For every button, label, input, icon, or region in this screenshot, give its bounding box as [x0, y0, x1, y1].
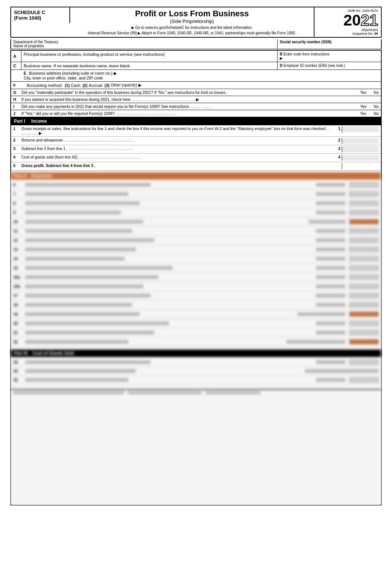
line3-text: Subtract line 2 from line 1 . . . . . . …	[21, 146, 331, 151]
row-b-label: B	[280, 52, 282, 56]
schedule-title: SCHEDULE C	[14, 10, 66, 15]
line2-no: 2	[331, 138, 340, 142]
row-g-yes: Yes	[360, 90, 366, 95]
row-j-label: J	[13, 111, 21, 116]
line5-value[interactable]	[342, 163, 379, 169]
line1-no: 1	[331, 126, 340, 131]
row-d-label: D	[280, 64, 282, 68]
row-c-content: Business name. If no separate business n…	[21, 62, 278, 69]
row-f-text: Accounting method:	[27, 83, 62, 88]
blurred-row-7: 7	[11, 190, 381, 199]
line3-row: 3 Subtract line 2 from line 1 . . . . . …	[11, 145, 381, 154]
row-d: D Employer ID number (EIN) (see instr.)	[278, 62, 381, 69]
line1-value[interactable]	[342, 126, 379, 132]
sequence-label: Sequence No. 09	[317, 32, 378, 35]
row-b-arrow: ▶	[280, 56, 283, 60]
row-cd: C Business name. If no separate business…	[11, 62, 381, 70]
row-i-yes: Yes	[360, 104, 366, 109]
header-left: SCHEDULE C (Form 1040)	[11, 7, 70, 23]
row-e-line1: Business address (including suite or roo…	[29, 71, 116, 75]
row-e: E Business address (including suite or r…	[11, 70, 381, 82]
row-f-opt3-num: (3)	[104, 83, 109, 88]
form-body: A Principal business or profession, incl…	[10, 50, 382, 506]
row-d-see: (see instr.)	[328, 64, 345, 68]
line4-text: Cost of goods sold (from line 42) . . . …	[21, 155, 331, 159]
row-a-label: A	[11, 51, 21, 62]
row-j-yes: Yes	[360, 111, 366, 116]
row-f-opt3: Other (specify) ▶	[111, 83, 141, 88]
blurred-form-content: Part II Expenses 6 7 8 9	[11, 172, 381, 505]
row-b-text: Enter code from instructions	[283, 52, 330, 56]
row-e-line2: City, town or post office, state, and ZI…	[24, 76, 103, 80]
row-g-yes-no: Yes No	[360, 90, 379, 95]
line5-text: Gross profit. Subtract line 4 from line …	[21, 163, 331, 168]
form-sub-title: (Sole Proprietorship)	[73, 18, 311, 24]
sequence-number: 09	[374, 32, 378, 35]
ssn-label: Social security number (SSN)	[278, 39, 381, 49]
line3-value[interactable]	[342, 146, 379, 152]
header-right: OMB No. 1545-0074 2021 Attachment Sequen…	[314, 7, 381, 37]
row-b: B Enter code from instructions ▶	[278, 51, 381, 62]
blurred-row-34: 34	[11, 367, 381, 375]
line2-num: 2	[13, 138, 21, 142]
blurred-row-22: 22	[11, 337, 381, 347]
form-main-title: Profit or Loss From Business	[73, 9, 311, 18]
blurred-footer	[11, 389, 381, 396]
row-c-label: C	[11, 62, 21, 69]
form-instructions-line1: ▶ Go to www.irs.gov/ScheduleC for instru…	[73, 25, 311, 30]
row-j: J If "Yes," did you or will you file req…	[11, 110, 381, 118]
blurred-row-17: 17	[11, 291, 381, 300]
blurred-row-9: 9	[11, 208, 381, 217]
blurred-row-33: 33	[11, 358, 381, 367]
row-e-label: E	[24, 71, 26, 75]
row-i: I Did you make any payments in 2021 that…	[11, 103, 381, 110]
row-g-text: Did you "materially participate" in the …	[21, 90, 357, 95]
dept-line2: Internal Revenue Service (99)	[88, 31, 137, 35]
line5-num: 5	[13, 163, 21, 168]
part1-title: Income	[31, 119, 47, 124]
row-d-text: Employer ID number (EIN)	[283, 64, 327, 68]
blurred-row-12: 12	[11, 236, 381, 245]
row-a-content: Principal business or profession, includ…	[21, 51, 278, 62]
row-i-label: I	[13, 104, 21, 109]
blurred-row-10: 10	[11, 217, 381, 227]
form-year: 2021	[317, 13, 378, 28]
blurred-part3-header: Part III Cost of Goods Sold	[11, 350, 381, 357]
line1-num: 1	[13, 126, 21, 131]
row-i-text: Did you make any payments in 2021 that w…	[21, 104, 357, 109]
blurred-row-35: 35	[11, 375, 381, 385]
row-c-text: Business name. If no separate business n…	[24, 64, 131, 68]
row-h-text: If you started or acquired this business…	[21, 97, 379, 102]
form-instructions-line2: Internal Revenue Service (99) ▶ Attach t…	[73, 31, 311, 35]
blurred-row-15: 15	[11, 263, 381, 273]
row-a-text: Principal business or profession, includ…	[24, 52, 165, 57]
form-header: SCHEDULE C (Form 1040) Profit or Loss Fr…	[10, 7, 382, 38]
year-suffix: 21	[361, 11, 378, 29]
attach-line: ▶ Attach to Form 1040, 1040-SR, 1040-NR,…	[138, 31, 296, 35]
form-ref: (Form 1040)	[14, 15, 66, 21]
row-j-no: No	[374, 111, 379, 116]
row-i-no: No	[374, 104, 379, 109]
row-ab: A Principal business or profession, incl…	[11, 51, 381, 62]
line3-num: 3	[13, 146, 21, 151]
row-h: H If you started or acquired this busine…	[11, 96, 381, 103]
row-g: G Did you "materially participate" in th…	[11, 89, 381, 96]
line3-no: 3	[331, 146, 340, 151]
part1-header: Part I Income	[11, 118, 381, 125]
line2-text: Returns and allowances . . . . . . . . .…	[21, 138, 331, 142]
line4-value[interactable]	[342, 155, 379, 161]
row-h-label: H	[13, 97, 21, 102]
blurred-row-16b: 16b	[11, 282, 381, 291]
line2-value[interactable]	[342, 138, 379, 144]
blurred-row-11: 11	[11, 227, 381, 236]
blurred-row-18: 18	[11, 300, 381, 310]
line4-row: 4 Cost of goods sold (from line 42) . . …	[11, 154, 381, 162]
row-i-yes-no: Yes No	[360, 104, 379, 109]
row-j-yes-no: Yes No	[360, 111, 379, 116]
blurred-row-20: 20	[11, 319, 381, 328]
page-container: SCHEDULE C (Form 1040) Profit or Loss Fr…	[0, 0, 392, 512]
row-g-no: No	[374, 90, 379, 95]
name-label: Name of proprietor	[13, 44, 275, 48]
line1-text: Gross receipts or sales. See instruction…	[21, 126, 331, 135]
header-center: Profit or Loss From Business (Sole Propr…	[70, 7, 314, 37]
